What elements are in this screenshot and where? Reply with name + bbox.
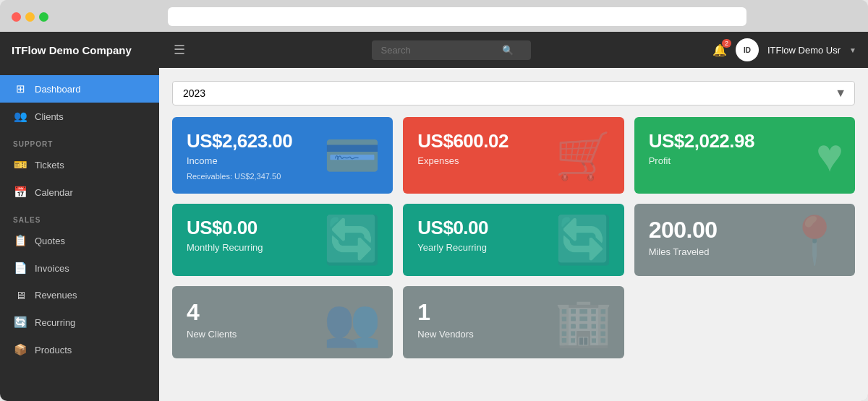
- avatar-initials: ID: [744, 46, 751, 54]
- sidebar-item-invoices[interactable]: 📄 Invoices: [0, 254, 159, 282]
- browser-window: ITFlow Demo Company ☰ 🔍 🔔 2 ID: [0, 0, 868, 401]
- navbar-toggle[interactable]: ☰: [168, 39, 191, 61]
- sidebar-label-invoices: Invoices: [35, 263, 69, 274]
- browser-titlebar: [0, 0, 868, 32]
- card-income: US$2,623.00 Income Receivables: US$2,347…: [172, 117, 393, 194]
- sidebar-item-quotes[interactable]: 📋 Quotes: [0, 227, 159, 254]
- minimize-button[interactable]: [25, 12, 35, 22]
- profit-label: Profit: [649, 155, 841, 166]
- clients-bg-icon: 👥: [323, 296, 381, 350]
- maximize-button[interactable]: [39, 12, 48, 22]
- profit-bg-icon: ♥: [816, 129, 843, 182]
- search-input[interactable]: [380, 45, 496, 56]
- sidebar-item-calendar[interactable]: 📅 Calendar: [0, 178, 159, 206]
- browser-traffic-lights: [12, 12, 48, 22]
- sidebar-label-products: Products: [35, 345, 72, 355]
- clients-icon: 👥: [13, 110, 27, 123]
- main-area: ⊞ Dashboard 👥 Clients SUPPORT 🎫 Tickets: [0, 68, 868, 401]
- navbar: ITFlow Demo Company ☰ 🔍 🔔 2 ID: [0, 32, 868, 68]
- sidebar-section-support: SUPPORT: [0, 130, 159, 151]
- sidebar-item-clients[interactable]: 👥 Clients: [0, 103, 159, 130]
- sidebar-label-quotes: Quotes: [35, 236, 65, 246]
- sidebar-label-dashboard: Dashboard: [35, 84, 81, 95]
- address-bar[interactable]: [168, 7, 746, 26]
- card-expenses: US$600.02 Expenses 🛒: [403, 117, 624, 194]
- navbar-brand: ITFlow Demo Company: [12, 44, 156, 56]
- close-button[interactable]: [12, 12, 21, 22]
- user-menu-caret: ▼: [849, 46, 856, 54]
- navbar-right: 🔔 2 ID ITFlow Demo Usr ▼: [712, 38, 856, 61]
- sidebar-label-clients: Clients: [35, 111, 64, 122]
- user-menu[interactable]: ITFlow Demo Usr: [767, 45, 841, 56]
- search-icon[interactable]: 🔍: [502, 45, 514, 56]
- sidebar-item-revenues[interactable]: 🖥 Revenues: [0, 282, 159, 309]
- yearly-recurring-bg-icon: 🔄: [555, 213, 613, 267]
- expenses-bg-icon: 🛒: [555, 129, 613, 183]
- navbar-search-area: 🔍: [203, 40, 701, 60]
- sidebar-label-calendar: Calendar: [35, 187, 73, 198]
- sidebar-section-sales: SALES: [0, 206, 159, 227]
- app-wrapper: ITFlow Demo Company ☰ 🔍 🔔 2 ID: [0, 32, 868, 401]
- sidebar-label-revenues: Revenues: [35, 290, 77, 301]
- sidebar-item-tickets[interactable]: 🎫 Tickets: [0, 151, 159, 178]
- card-profit: US$2,022.98 Profit ♥: [634, 117, 855, 194]
- stats-grid: US$2,623.00 Income Receivables: US$2,347…: [172, 117, 855, 358]
- card-miles-traveled: 200.00 Miles Traveled 📍: [634, 204, 855, 276]
- year-select-wrapper: 2023 2022 2021 ▼: [172, 81, 855, 105]
- miles-bg-icon: 📍: [786, 213, 843, 267]
- sidebar-item-recurring[interactable]: 🔄 Recurring: [0, 309, 159, 336]
- quotes-icon: 📋: [13, 234, 27, 247]
- card-profit-top: US$2,022.98 Profit: [649, 130, 841, 166]
- notification-badge: 2: [722, 39, 731, 48]
- tickets-icon: 🎫: [13, 158, 27, 171]
- dashboard-icon: ⊞: [13, 82, 27, 95]
- invoices-icon: 📄: [13, 262, 27, 275]
- search-box: 🔍: [372, 40, 531, 60]
- sidebar-item-dashboard[interactable]: ⊞ Dashboard: [0, 75, 159, 103]
- monthly-recurring-bg-icon: 🔄: [323, 213, 381, 267]
- vendors-bg-icon: 🏢: [555, 296, 613, 350]
- products-icon: 📦: [13, 343, 27, 356]
- income-bg-icon: 💳: [323, 129, 381, 183]
- sidebar: ⊞ Dashboard 👥 Clients SUPPORT 🎫 Tickets: [0, 68, 159, 401]
- card-new-vendors: 1 New Vendors 🏢: [403, 286, 624, 358]
- sidebar-item-products[interactable]: 📦 Products: [0, 336, 159, 363]
- dashboard-content: 2023 2022 2021 ▼ US$2,623.00: [159, 68, 868, 401]
- card-yearly-recurring: US$0.00 Yearly Recurring 🔄: [403, 204, 624, 276]
- recurring-icon: 🔄: [13, 316, 27, 329]
- browser-body: ITFlow Demo Company ☰ 🔍 🔔 2 ID: [0, 32, 868, 401]
- profit-amount: US$2,022.98: [649, 130, 841, 152]
- card-new-clients: 4 New Clients 👥: [172, 286, 393, 358]
- avatar: ID: [736, 38, 759, 61]
- sidebar-label-tickets: Tickets: [35, 160, 64, 171]
- revenues-icon: 🖥: [13, 289, 27, 301]
- sidebar-label-recurring: Recurring: [35, 317, 75, 328]
- calendar-icon: 📅: [13, 186, 27, 199]
- notification-bell[interactable]: 🔔 2: [712, 43, 727, 57]
- year-select-container: 2023 2022 2021 ▼: [172, 81, 855, 105]
- card-monthly-recurring: US$0.00 Monthly Recurring 🔄: [172, 204, 393, 276]
- year-select[interactable]: 2023 2022 2021: [172, 81, 855, 105]
